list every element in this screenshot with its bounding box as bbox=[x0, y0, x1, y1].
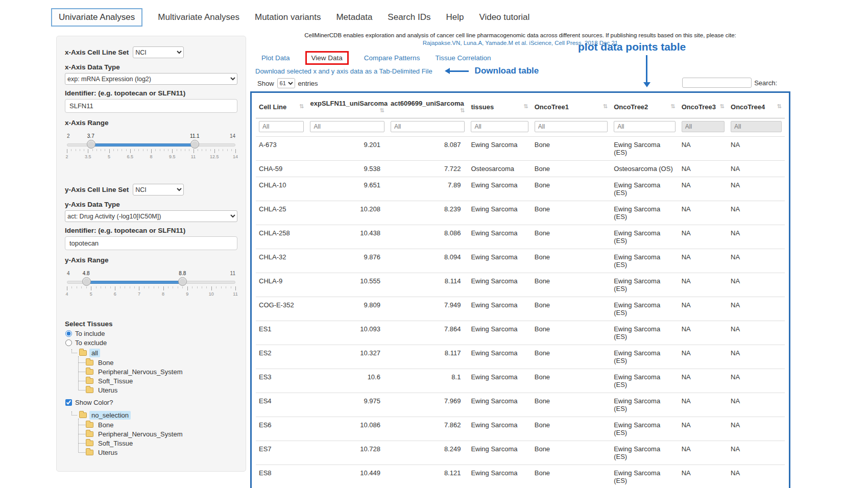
slider-grid: 4567891011 bbox=[67, 286, 235, 297]
tree-node-bone[interactable]: Bone bbox=[76, 358, 237, 367]
y-range-label: y-Axis Range bbox=[65, 256, 237, 264]
entries-label: entries bbox=[298, 80, 318, 87]
show-color-row[interactable]: Show Color? bbox=[65, 399, 237, 406]
slider-range-bar[interactable] bbox=[86, 281, 183, 284]
to-include-radio[interactable] bbox=[65, 330, 72, 337]
y-range-slider[interactable]: 4 11 4.8 8.8 4567891011 bbox=[67, 270, 235, 297]
slider-from-label: 4.8 bbox=[83, 271, 90, 276]
radio-row-to-exclude[interactable]: To exclude bbox=[65, 339, 237, 347]
table-cell: Ewing Sarcoma bbox=[468, 369, 531, 393]
table-cell: NA bbox=[728, 137, 785, 161]
nav-tab-help[interactable]: Help bbox=[446, 12, 464, 22]
tree-node-bone[interactable]: Bone bbox=[76, 420, 237, 429]
x-identifier-input[interactable] bbox=[65, 99, 237, 113]
table-cell: Ewing Sarcoma (ES) bbox=[611, 417, 679, 441]
table-row: COG-E-3529.8097.949Ewing SarcomaBoneEwin… bbox=[256, 297, 785, 321]
column-header-oncotree1[interactable]: OncoTree1⇅ bbox=[532, 95, 611, 118]
y-data-type-label: y-Axis Data Type bbox=[65, 201, 237, 208]
search-label: Search: bbox=[754, 79, 777, 87]
annotation-table-frame: Cell Line⇅expSLFN11_uniSarcoma⇅act609699… bbox=[250, 91, 790, 488]
slider-max-label: 14 bbox=[230, 133, 235, 139]
table-cell: Ewing Sarcoma (ES) bbox=[611, 249, 679, 273]
column-filter-input[interactable] bbox=[535, 121, 608, 132]
entries-select[interactable]: 61 bbox=[277, 78, 295, 88]
table-cell: NA bbox=[679, 273, 728, 297]
slider-handle-to[interactable] bbox=[178, 277, 187, 286]
column-filter-input[interactable] bbox=[614, 121, 676, 132]
table-row: ES110.0937.864Ewing SarcomaBoneEwing Sar… bbox=[256, 321, 785, 345]
tree-node-soft-tissue[interactable]: Soft_Tissue bbox=[76, 376, 237, 385]
table-cell: ES6 bbox=[256, 417, 307, 441]
nav-tab-video-tutorial[interactable]: Video tutorial bbox=[479, 12, 529, 22]
tree-node-soft-tissue[interactable]: Soft_Tissue bbox=[76, 438, 237, 448]
nav-tab-metadata[interactable]: Metadata bbox=[336, 12, 372, 22]
table-controls: Show 61 entries Search: bbox=[250, 78, 790, 89]
subtab-plot-data[interactable]: Plot Data bbox=[261, 54, 290, 62]
column-header-expslfn11-unisarcoma[interactable]: expSLFN11_uniSarcoma⇅ bbox=[307, 95, 387, 118]
table-cell: COG-E-352 bbox=[256, 297, 307, 321]
table-cell: NA bbox=[728, 321, 785, 345]
slider-handle-from[interactable] bbox=[82, 277, 91, 286]
x-cell-line-set-select[interactable]: NCI bbox=[133, 46, 184, 58]
folder-icon bbox=[86, 431, 93, 437]
slider-to-label: 8.8 bbox=[179, 271, 186, 276]
table-cell: Bone bbox=[532, 441, 611, 465]
slider-handle-from[interactable] bbox=[87, 140, 95, 149]
show-color-checkbox[interactable] bbox=[65, 399, 72, 406]
table-cell: Bone bbox=[532, 225, 611, 249]
table-row: ES710.7288.249Ewing SarcomaBoneEwing Sar… bbox=[256, 441, 785, 465]
sort-icon: ⇅ bbox=[777, 103, 782, 110]
column-filter-input[interactable] bbox=[391, 121, 465, 132]
table-cell: Bone bbox=[532, 345, 611, 369]
table-cell: Bone bbox=[532, 297, 611, 321]
column-header-oncotree3[interactable]: OncoTree3⇅ bbox=[679, 95, 728, 118]
column-filter-input[interactable] bbox=[471, 121, 528, 132]
table-cell: Ewing Sarcoma bbox=[468, 345, 531, 369]
slider-handle-to[interactable] bbox=[190, 140, 199, 149]
table-cell: Ewing Sarcoma (ES) bbox=[611, 273, 679, 297]
tree-node-uterus[interactable]: Uterus bbox=[76, 448, 237, 457]
tree-node-uterus[interactable]: Uterus bbox=[76, 385, 237, 395]
search-input[interactable] bbox=[682, 78, 752, 88]
table-cell: NA bbox=[728, 417, 785, 441]
table-cell: CHLA-258 bbox=[256, 225, 307, 249]
radio-row-to-include[interactable]: To include bbox=[65, 330, 237, 337]
nav-tab-mutation-variants[interactable]: Mutation variants bbox=[255, 12, 321, 22]
nav-tab-search-ids[interactable]: Search IDs bbox=[388, 12, 430, 22]
tree-node-all[interactable]: all bbox=[71, 348, 237, 358]
subtab-compare-patterns[interactable]: Compare Patterns bbox=[364, 54, 420, 62]
subtab-tissue-correlation[interactable]: Tissue Correlation bbox=[435, 54, 491, 62]
y-data-type-select[interactable]: act: Drug Activity (-log10[IC50M]) bbox=[65, 210, 237, 222]
column-header-act609699-unisarcoma[interactable]: act609699_uniSarcoma⇅ bbox=[388, 95, 468, 118]
nav-tab-multivariate-analyses[interactable]: Multivariate Analyses bbox=[158, 12, 239, 22]
y-identifier-input[interactable] bbox=[65, 236, 237, 250]
annotation-plot-data-points-table: plot data points table bbox=[578, 41, 686, 53]
table-cell: 7.949 bbox=[388, 297, 468, 321]
x-data-type-select[interactable]: exp: mRNA Expression (log2) bbox=[65, 73, 237, 85]
table-cell: Ewing Sarcoma bbox=[468, 393, 531, 417]
plot-data-points-table: Cell Line⇅expSLFN11_uniSarcoma⇅act609699… bbox=[256, 95, 785, 488]
tree-node-peripheral-nervous-system[interactable]: Peripheral_Nervous_System bbox=[76, 367, 237, 376]
table-cell: Ewing Sarcoma bbox=[468, 321, 531, 345]
nav-tab-univariate-analyses[interactable]: Univariate Analyses bbox=[51, 8, 142, 27]
table-cell: NA bbox=[679, 465, 728, 488]
column-filter-input[interactable] bbox=[310, 121, 384, 132]
slider-range-bar[interactable] bbox=[91, 143, 195, 147]
table-cell: 9.538 bbox=[307, 161, 387, 177]
table-row: ES810.4498.121Ewing SarcomaBoneEwing Sar… bbox=[256, 465, 785, 488]
to-exclude-radio[interactable] bbox=[65, 339, 72, 346]
download-link[interactable]: Download selected x and y axis data as a… bbox=[255, 67, 432, 75]
subtab-view-data[interactable]: View Data bbox=[305, 51, 349, 65]
column-header-tissues[interactable]: tissues⇅ bbox=[468, 95, 531, 118]
column-header-oncotree4[interactable]: OncoTree4⇅ bbox=[728, 95, 785, 118]
table-cell: NA bbox=[728, 225, 785, 249]
y-cell-line-set-select[interactable]: NCI bbox=[133, 184, 184, 196]
tree-node-peripheral-nervous-system[interactable]: Peripheral_Nervous_System bbox=[76, 429, 237, 438]
x-range-slider[interactable]: 2 14 3.7 11.1 23.556.589.51112.514 bbox=[67, 133, 235, 159]
citation-text: CellMinerCDB enables exploration and ana… bbox=[250, 32, 790, 39]
column-header-oncotree2[interactable]: OncoTree2⇅ bbox=[611, 95, 679, 118]
tree-node-no-selection[interactable]: no_selection bbox=[71, 410, 237, 420]
column-header-cell-line[interactable]: Cell Line⇅ bbox=[256, 95, 307, 118]
column-filter-input[interactable] bbox=[259, 121, 304, 132]
filter-cell bbox=[468, 118, 531, 137]
